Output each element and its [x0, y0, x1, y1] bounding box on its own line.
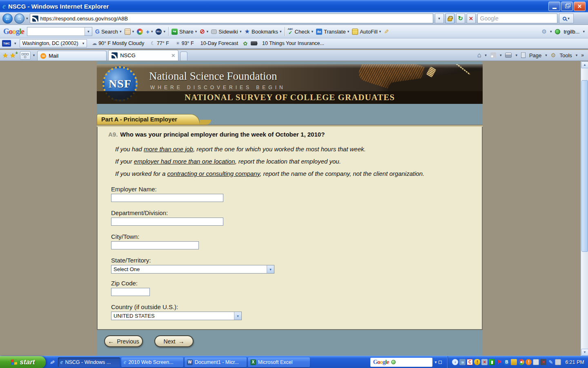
scroll-up-button[interactable]: ▲ — [581, 61, 588, 68]
tab-close-icon[interactable]: ✕ — [171, 53, 175, 58]
previous-button[interactable]: ←Previous — [104, 335, 143, 347]
country-select[interactable]: UNITED STATES ▾ — [111, 312, 242, 320]
airplane-x-icon[interactable]: ✕ — [540, 359, 546, 365]
print-icon[interactable] — [505, 53, 512, 58]
start-button[interactable]: start — [0, 356, 46, 368]
weather-temp-high[interactable]: ☀ 93° F — [174, 40, 196, 46]
clock: 6:21 PM — [565, 359, 584, 365]
country-dropdown-icon[interactable]: ▾ — [234, 312, 241, 320]
google-search-button[interactable]: G Search▾ — [95, 28, 122, 35]
home-icon[interactable]: ⌂ — [477, 52, 481, 59]
address-bar-row: ← → ▾ https://respond.census.gov/nscg/A8… — [0, 12, 588, 25]
security-lock-button[interactable] — [445, 13, 454, 23]
signal-strength-icon[interactable]: ▮ — [489, 359, 495, 365]
video-icon[interactable] — [251, 41, 257, 45]
close-button[interactable]: ✕ — [574, 2, 586, 11]
new-tab-stub[interactable] — [180, 52, 187, 61]
forward-button[interactable]: → — [14, 13, 24, 24]
address-dropdown-button[interactable]: ▾ — [435, 13, 444, 23]
news-headline-link[interactable]: 10 Things Your Insurance... — [261, 40, 326, 46]
quick-tabs-button[interactable] — [20, 51, 31, 60]
quick-launch-pen-icon[interactable]: ✎ — [49, 359, 56, 365]
task-word[interactable]: W Document1 - Micr... — [185, 357, 247, 367]
city-input[interactable] — [111, 241, 199, 249]
google-search-input[interactable]: ▾ — [27, 27, 92, 36]
google-search-dropdown[interactable]: ▾ — [85, 27, 92, 36]
tools-menu[interactable]: Tools — [559, 52, 572, 58]
desktop-search-expand[interactable] — [439, 361, 442, 364]
stop-button[interactable]: ✕ — [467, 13, 476, 23]
flag-icon[interactable]: ⚑ — [496, 359, 502, 365]
zip-label: Zip Code: — [111, 280, 138, 287]
task-nscg[interactable]: e NSCG - Windows ... — [58, 357, 120, 367]
weather-location-dropdown[interactable]: Washington, DC (20002)▾ — [20, 39, 87, 47]
ie-search-input[interactable]: Google — [477, 13, 557, 23]
zip-input[interactable] — [111, 288, 150, 296]
add-button[interactable]: +▾ — [146, 28, 153, 35]
bookmarks-button[interactable]: ★ Bookmarks▾ — [245, 28, 282, 35]
hide-icons-chevron[interactable]: ‹ — [452, 359, 458, 365]
alert-icon[interactable]: ! — [526, 359, 532, 365]
arrow-right-icon: → — [178, 338, 184, 345]
security-shield-icon[interactable]: ! — [474, 359, 480, 365]
tab-nscg[interactable]: NSCG ✕ — [108, 50, 178, 61]
share-button[interactable]: ↪ Share▾ — [172, 29, 197, 35]
dell-button[interactable]: DELL▾ — [156, 29, 165, 35]
task-web-screen[interactable]: e 2010 Web Screen... — [121, 357, 183, 367]
site-favicon — [32, 16, 38, 22]
restore-button[interactable] — [561, 2, 573, 11]
network-activity-icon[interactable]: ))) — [459, 359, 466, 365]
google-desktop-search[interactable]: Google — [370, 358, 432, 367]
page-viewport: NSF National Science Foundation WHERE DI… — [0, 61, 588, 356]
next-button[interactable]: Next→ — [154, 335, 194, 347]
task-excel[interactable]: X Microsoft Excel — [248, 357, 310, 367]
weather-temp-now[interactable]: ☾ 77° F — [149, 40, 171, 46]
add-favorite-icon[interactable]: ★+ — [10, 52, 16, 59]
twc-logo[interactable]: TWC — [2, 40, 11, 47]
sidewiki-button[interactable]: Sidewiki▾ — [211, 29, 241, 35]
minimize-button[interactable] — [548, 2, 560, 11]
weather-conditions[interactable]: ☁ 90° F Mostly Cloudy — [90, 40, 146, 46]
account-label[interactable]: trgilb... — [564, 29, 579, 35]
back-button[interactable]: ← — [2, 13, 13, 24]
google-swirl-icon[interactable] — [518, 359, 524, 365]
display-tray-icon[interactable] — [555, 359, 561, 365]
autofill-button[interactable]: AutoFill▾ — [352, 29, 381, 35]
swirl-button[interactable] — [137, 29, 143, 35]
blocked-button[interactable]: ⊘▾ — [200, 28, 208, 35]
window-title: NSCG - Windows Internet Explorer — [8, 3, 109, 10]
tab-mail[interactable]: ✉ Mail — [37, 51, 107, 61]
bluetooth-icon[interactable]: B — [503, 359, 510, 365]
search-go-button[interactable]: ▾ — [559, 13, 574, 23]
camera-tray-icon[interactable] — [511, 359, 517, 365]
employer-name-input[interactable] — [111, 194, 223, 202]
quick-tabs-dropdown[interactable]: ▾ — [33, 54, 35, 57]
wrench-icon[interactable]: ⚙ — [541, 28, 547, 35]
state-dropdown-icon[interactable]: ▾ — [267, 265, 274, 273]
feeds-icon[interactable] — [490, 52, 496, 58]
department-input[interactable] — [111, 218, 223, 226]
pen-tray-icon[interactable]: ✎ — [548, 359, 554, 365]
translate-button[interactable]: åa Translate▾ — [316, 29, 349, 35]
news-button[interactable]: ▾ — [125, 29, 134, 35]
network-error-icon[interactable]: ✕ — [481, 359, 488, 365]
desktop-search-dropdown[interactable]: ▾ — [434, 360, 437, 364]
refresh-button[interactable]: ↻ — [456, 13, 465, 23]
scrollbar-thumb[interactable] — [581, 80, 588, 252]
lock-icon — [448, 18, 452, 21]
mouse-icon[interactable] — [533, 359, 539, 365]
highlighter-icon[interactable]: ✎ — [383, 29, 390, 34]
address-field[interactable]: https://respond.census.gov/nscg/A8B — [30, 13, 433, 23]
favorites-icon[interactable]: ★ — [2, 52, 8, 59]
toolbar-overflow[interactable]: » — [581, 52, 584, 58]
forecast-link[interactable]: 10-Day Forecast — [199, 40, 240, 46]
history-dropdown[interactable]: ▾ — [26, 17, 28, 20]
google-logo: Google — [3, 27, 24, 36]
scroll-down-button[interactable]: ▼ — [581, 349, 588, 356]
state-select[interactable]: Select One ▾ — [111, 265, 274, 274]
page-menu[interactable]: Page — [529, 52, 541, 58]
spellcheck-button[interactable]: ABC✓ Check▾ — [288, 28, 313, 35]
flower-icon[interactable]: ✿ — [243, 40, 247, 47]
c-app-icon[interactable]: C — [467, 359, 473, 365]
vertical-scrollbar[interactable]: ▲ ▼ — [581, 61, 588, 356]
